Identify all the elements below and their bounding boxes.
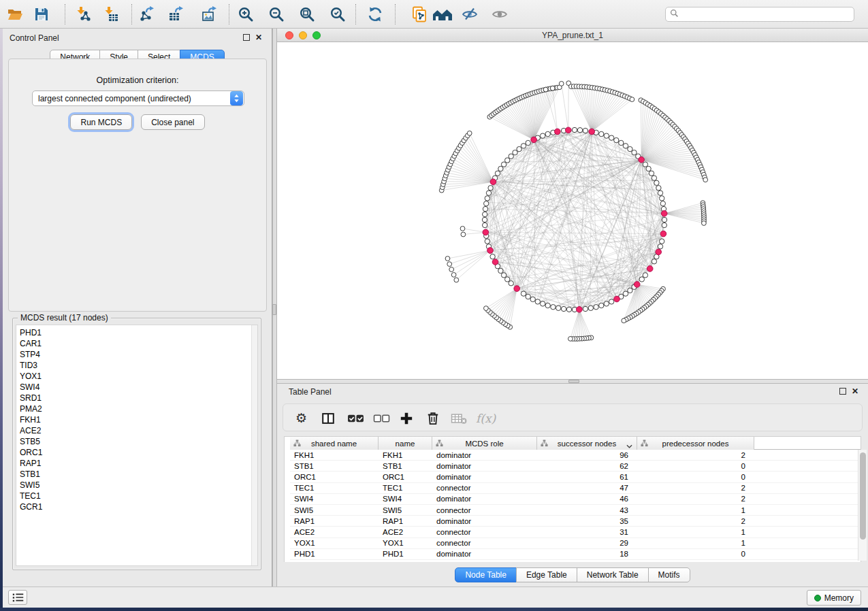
table-scrollbar-thumb[interactable]	[860, 452, 866, 540]
export-network-icon[interactable]	[138, 5, 156, 23]
mcds-result-item[interactable]: PMA2	[16, 403, 257, 414]
close-panel-button[interactable]: Close panel	[141, 114, 204, 130]
close-panel-icon[interactable]: ✕	[255, 34, 262, 41]
delete-column-icon[interactable]	[426, 410, 440, 427]
table-cell: SWI4	[290, 494, 379, 504]
mcds-result-item[interactable]: GCR1	[16, 501, 257, 512]
table-row[interactable]: STB1STB1dominator620	[290, 461, 861, 472]
show-all-icon[interactable]	[432, 5, 453, 23]
table-cell: dominator	[432, 494, 537, 504]
zoom-in-icon[interactable]	[237, 5, 255, 23]
mcds-result-item[interactable]: SWI4	[16, 382, 257, 393]
table-cell: PHD1	[379, 549, 432, 559]
show-columns-icon[interactable]	[321, 410, 336, 427]
table-row[interactable]: RAP1RAP1dominator352	[290, 516, 861, 527]
memory-button[interactable]: Memory	[807, 590, 861, 606]
mcds-result-item[interactable]: PHD1	[16, 327, 257, 338]
save-icon[interactable]	[33, 5, 50, 23]
tab-edge-table[interactable]: Edge Table	[516, 567, 577, 582]
table-panel-tabs: Node TableEdge TableNetwork TableMotifs	[277, 567, 868, 582]
open-folder-icon[interactable]	[6, 5, 24, 23]
mcds-result-item[interactable]: RAP1	[16, 458, 257, 469]
mcds-result-item[interactable]: SWI5	[16, 480, 257, 491]
manage-networks-icon[interactable]	[411, 5, 428, 23]
mcds-result-item[interactable]: ORC1	[16, 447, 257, 458]
mcds-result-item[interactable]: TID3	[16, 360, 257, 371]
table-cell: connector	[432, 527, 537, 537]
table-row[interactable]: PHD1PHD1dominator180	[290, 549, 861, 560]
mcds-result-list[interactable]: PHD1CAR1STP4TID3YOX1SWI4SRD1PMA2FKH1ACE2…	[16, 325, 258, 566]
table-settings-icon[interactable]: ⚙	[295, 410, 307, 427]
table-row[interactable]: ACE2ACE2connector311	[290, 527, 861, 538]
column-header-name[interactable]: name	[379, 437, 432, 450]
table-cell: 1	[637, 527, 754, 537]
table-cell: 2	[637, 450, 754, 460]
mcds-result-item[interactable]: TEC1	[16, 491, 257, 501]
table-row[interactable]: SWI4SWI4dominator462	[290, 494, 861, 505]
network-canvas[interactable]	[277, 42, 868, 379]
tab-node-table[interactable]: Node Table	[455, 567, 517, 582]
mcds-result-item[interactable]: ACE2	[16, 425, 257, 436]
table-scrollbar[interactable]	[858, 450, 867, 561]
mcds-result-item[interactable]: STB1	[16, 469, 257, 480]
mcds-list-scrollbar[interactable]	[251, 325, 257, 565]
column-header-successor-nodes[interactable]: successor nodes	[537, 437, 637, 450]
table-cell: 2	[637, 516, 754, 526]
column-header-MCDS-role[interactable]: MCDS role	[432, 437, 537, 450]
float-panel-icon[interactable]	[243, 34, 250, 41]
search-input[interactable]	[679, 9, 854, 20]
zoom-selected-icon[interactable]	[329, 5, 347, 23]
vertical-split-divider[interactable]	[272, 29, 277, 587]
hide-selected-icon[interactable]	[461, 5, 479, 23]
table-row[interactable]: ORC1ORC1dominator610	[290, 472, 861, 482]
tab-motifs[interactable]: Motifs	[648, 567, 690, 582]
mcds-result-item[interactable]: CAR1	[16, 338, 257, 349]
search-box[interactable]	[665, 7, 854, 22]
export-table-icon[interactable]	[167, 5, 185, 23]
tab-network-table[interactable]: Network Table	[577, 567, 649, 582]
table-cell: YOX1	[379, 538, 432, 548]
mcds-result-item[interactable]: STB5	[16, 436, 257, 447]
column-header-shared-name[interactable]: shared name	[290, 437, 379, 450]
task-history-button[interactable]	[8, 590, 27, 605]
criterion-select[interactable]: largest connected component (undirected)	[32, 90, 244, 106]
table-cell: 96	[537, 450, 637, 460]
table-cell: dominator	[432, 472, 537, 482]
mcds-result-item[interactable]: SRD1	[16, 393, 257, 403]
network-titlebar[interactable]: YPA_prune.txt_1	[277, 29, 868, 42]
close-table-panel-icon[interactable]: ✕	[852, 388, 858, 395]
toolbar-separator	[131, 4, 132, 24]
horizontal-split-divider[interactable]	[277, 379, 868, 384]
refresh-layout-icon[interactable]	[366, 5, 384, 23]
import-table-icon[interactable]	[102, 5, 120, 23]
table-row[interactable]: SWI5SWI5connector431	[290, 505, 861, 516]
table-cell: ORC1	[379, 472, 432, 482]
table-cell: 0	[637, 461, 754, 471]
zoom-out-icon[interactable]	[268, 5, 285, 23]
table-cell: 47	[537, 483, 637, 493]
mcds-result-item[interactable]: YOX1	[16, 371, 257, 382]
table-cell: SWI5	[290, 505, 379, 515]
mcds-result-item[interactable]: FKH1	[16, 414, 257, 425]
table-row[interactable]: YOX1YOX1connector291	[290, 538, 861, 549]
control-panel-title: Control Panel	[10, 33, 59, 43]
table-row[interactable]: TEC1TEC1connector472	[290, 483, 861, 494]
table-row[interactable]: FKH1FKH1dominator962	[290, 450, 861, 461]
import-network-icon[interactable]	[74, 5, 92, 23]
deselect-all-icon[interactable]	[373, 410, 390, 427]
export-image-icon[interactable]	[201, 5, 219, 23]
table-cell: 0	[637, 472, 754, 482]
zoom-fit-icon[interactable]	[298, 5, 316, 23]
run-mcds-button[interactable]: Run MCDS	[70, 114, 132, 130]
toolbar-separator	[229, 4, 229, 24]
select-stepper-icon	[230, 91, 243, 105]
desktop-wallpaper-bottom	[0, 608, 868, 611]
select-all-icon[interactable]	[347, 410, 364, 427]
node-table[interactable]: shared namenameMCDS rolesuccessor nodesp…	[284, 436, 861, 562]
table-cell: dominator	[432, 461, 537, 471]
mcds-result-item[interactable]: STP4	[16, 349, 257, 360]
add-column-icon[interactable]	[400, 410, 413, 427]
table-cell: 2	[637, 494, 754, 504]
column-header-predecessor-nodes[interactable]: predecessor nodes	[637, 437, 754, 450]
float-table-panel-icon[interactable]	[839, 388, 846, 395]
